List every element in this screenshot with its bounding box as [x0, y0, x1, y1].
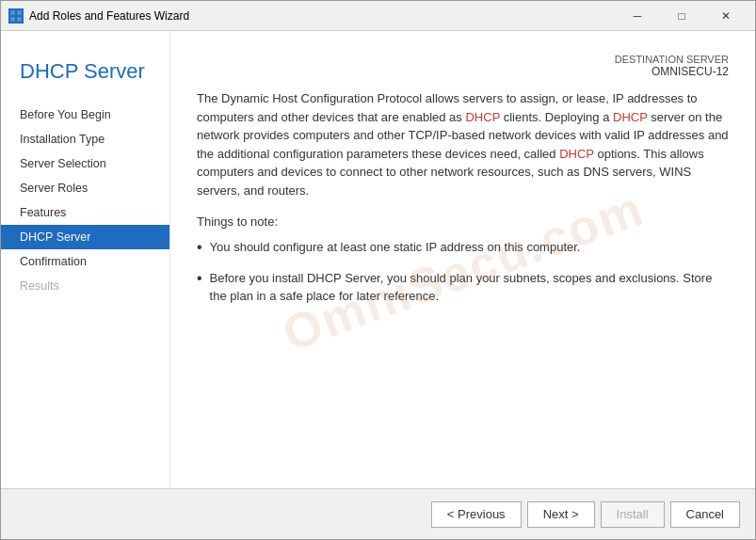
nav-item-installation-type[interactable]: Installation Type — [1, 127, 169, 151]
bullet-list: You should configure at least one static… — [197, 238, 729, 306]
window-title: Add Roles and Features Wizard — [29, 9, 616, 23]
window-controls: ─ □ ✕ — [616, 1, 748, 31]
install-button[interactable]: Install — [601, 501, 665, 528]
page-title: DHCP Server — [20, 59, 151, 84]
destination-server-info: DESTINATION SERVER OMNISECU-12 — [197, 54, 729, 78]
window: Add Roles and Features Wizard ─ □ ✕ DHCP… — [0, 0, 756, 540]
bullet-item-2-text: Before you install DHCP Server, you shou… — [210, 269, 729, 306]
things-to-note-label: Things to note: — [197, 214, 729, 229]
svg-rect-1 — [17, 10, 22, 15]
title-bar: Add Roles and Features Wizard ─ □ ✕ — [1, 1, 755, 31]
highlight-dhcp-1: DHCP — [465, 110, 500, 124]
maximize-button[interactable]: □ — [660, 1, 703, 31]
nav-item-before-you-begin[interactable]: Before You Begin — [1, 103, 169, 127]
bullet-item-1-text: You should configure at least one static… — [210, 238, 581, 257]
content-area: DHCP Server Before You Begin Installatio… — [1, 31, 755, 488]
window-icon — [8, 8, 24, 24]
destination-label: DESTINATION SERVER — [615, 54, 729, 65]
close-button[interactable]: ✕ — [704, 1, 748, 31]
highlight-dhcp-options: DHCP — [559, 147, 594, 161]
nav-list: Before You Begin Installation Type Serve… — [1, 103, 169, 298]
nav-item-confirmation[interactable]: Confirmation — [1, 249, 169, 274]
svg-rect-3 — [17, 17, 22, 22]
nav-item-features[interactable]: Features — [1, 200, 169, 225]
svg-rect-0 — [10, 10, 15, 15]
nav-item-server-roles[interactable]: Server Roles — [1, 176, 169, 200]
minimize-button[interactable]: ─ — [616, 1, 659, 31]
bullet-item-2: Before you install DHCP Server, you shou… — [197, 269, 729, 306]
right-panel: OmniSecu.com DESTINATION SERVER OMNISECU… — [170, 31, 755, 488]
nav-item-server-selection[interactable]: Server Selection — [1, 151, 169, 176]
previous-button[interactable]: < Previous — [431, 501, 522, 528]
description-text: The Dynamic Host Configuration Protocol … — [197, 89, 729, 199]
page-title-section: DHCP Server — [1, 50, 169, 103]
footer: < Previous Next > Install Cancel — [1, 488, 755, 539]
nav-item-dhcp-server[interactable]: DHCP Server — [1, 225, 169, 249]
bullet-item-1: You should configure at least one static… — [197, 238, 729, 258]
cancel-button[interactable]: Cancel — [670, 501, 740, 528]
highlight-dhcp-2: DHCP — [613, 110, 648, 124]
server-name: OMNISECU-12 — [197, 65, 729, 78]
next-button[interactable]: Next > — [527, 501, 595, 528]
left-panel: DHCP Server Before You Begin Installatio… — [1, 31, 170, 488]
svg-rect-2 — [10, 17, 15, 22]
nav-item-results: Results — [1, 274, 169, 298]
